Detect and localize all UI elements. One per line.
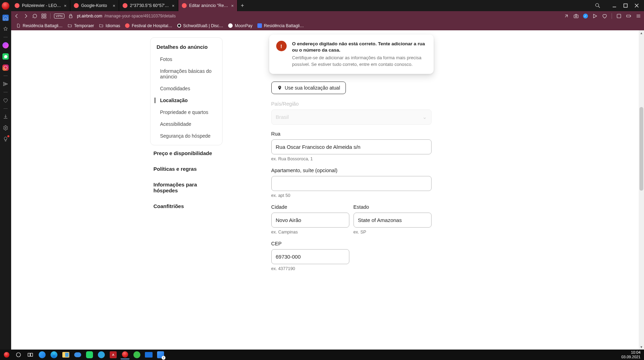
play-icon[interactable] [592, 13, 598, 19]
heart-outline-icon[interactable] [602, 13, 607, 19]
city-input[interactable] [271, 213, 349, 228]
cep-input[interactable] [271, 249, 349, 264]
sidenav-item-propriedade[interactable]: Propriedade e quartos [150, 106, 222, 118]
tiles-icon[interactable] [41, 13, 47, 19]
shield-verified-icon[interactable]: ✓ [583, 14, 588, 18]
taskbar-whatsapp-icon[interactable] [85, 350, 94, 359]
taskbar-edge-icon[interactable] [49, 350, 59, 359]
location-pin-icon [277, 85, 282, 90]
extension-icon[interactable] [616, 13, 622, 19]
sidenav-section-header: Detalhes do anúncio [150, 39, 222, 53]
apt-input[interactable] [271, 176, 432, 191]
whatsapp-icon[interactable] [2, 53, 9, 60]
taskbar-taskview-icon[interactable] [26, 350, 35, 359]
opera-logo-icon[interactable] [2, 2, 9, 10]
browser-tab[interactable]: Polizeirevier - LEO: Überset × [11, 0, 70, 11]
scroll-down-icon[interactable]: ▼ [639, 344, 644, 350]
vpn-badge[interactable]: VPN [54, 14, 64, 18]
home-icon[interactable] [2, 15, 9, 21]
sidenav-section-politicas[interactable]: Políticas e regras [150, 161, 223, 177]
bulb-icon[interactable] [2, 136, 9, 142]
scroll-up-icon[interactable]: ▲ [639, 30, 644, 36]
taskbar-app-blue-icon[interactable]: 7 [156, 350, 165, 359]
browser-tab[interactable]: Google-Konto × [70, 0, 119, 11]
heart-icon[interactable] [2, 97, 9, 104]
taskbar-badge: 7 [162, 356, 165, 360]
lock-icon[interactable] [68, 13, 73, 19]
bookmark-item[interactable]: MoonPay [228, 23, 253, 28]
tab-favicon-icon [182, 3, 187, 8]
taskbar-opera-running-icon[interactable] [121, 350, 130, 359]
taskbar-opera-icon[interactable] [2, 350, 11, 359]
speed-dial-icon[interactable] [2, 26, 9, 32]
settings-icon[interactable] [2, 125, 9, 131]
share-icon[interactable] [564, 13, 569, 19]
street-input[interactable] [271, 139, 432, 154]
city-hint: ex. Campinas [271, 230, 349, 235]
battery-icon[interactable] [626, 13, 631, 19]
address-error-alert: ! O endereço digitado não está correto. … [269, 35, 434, 74]
search-icon[interactable] [595, 2, 601, 9]
svg-point-0 [5, 127, 6, 129]
state-input[interactable] [354, 213, 432, 228]
alert-icon: ! [276, 41, 287, 51]
bookmark-item[interactable]: Residência Battagli… [16, 23, 63, 28]
new-tab-button[interactable]: + [238, 0, 247, 11]
instagram-icon[interactable] [2, 64, 9, 71]
bookmark-item[interactable]: Idiomas [99, 23, 120, 28]
sidenav-item-seguranca[interactable]: Segurança do hóspede [150, 130, 222, 144]
sidenav-item-info-basicas[interactable]: Informações básicas do anúncio [150, 65, 222, 83]
reload-icon[interactable] [32, 13, 38, 19]
scroll-thumb[interactable] [639, 107, 643, 191]
close-icon[interactable] [634, 3, 639, 8]
camera-icon[interactable] [573, 13, 579, 19]
maximize-icon[interactable] [623, 3, 628, 8]
page-scrollbar[interactable]: ▲ ▼ [639, 30, 644, 350]
bookmark-item[interactable]: Temporaer [68, 23, 94, 28]
taskbar-cloud-icon[interactable] [73, 350, 82, 359]
svg-rect-3 [42, 14, 44, 16]
rail-separator [3, 92, 8, 92]
nav-forward-icon[interactable] [23, 13, 29, 19]
easy-setup-icon[interactable] [636, 13, 641, 19]
alert-title: O endereço digitado não está correto. Te… [292, 41, 427, 53]
taskbar-mail-icon[interactable] [144, 350, 153, 359]
tab-close-icon[interactable]: × [64, 3, 67, 8]
svg-point-9 [575, 16, 577, 17]
bookmark-item[interactable]: Festival de Hospital… [125, 23, 172, 28]
taskbar-explorer-icon[interactable] [61, 350, 70, 359]
page-viewport: Detalhes do anúncio Fotos Informações bá… [11, 30, 644, 350]
sidenav-section-coanfitrioes[interactable]: Coanfitriões [150, 198, 223, 214]
tab-close-icon[interactable]: × [172, 3, 174, 8]
taskbar-cortana-icon[interactable] [14, 350, 23, 359]
taskbar-clock[interactable]: 10:04 03.09.2021 [621, 350, 642, 359]
taskbar-app-1-icon[interactable] [38, 350, 47, 359]
browser-tab-active[interactable]: Editar anúncio "Residência × [178, 0, 238, 11]
bookmark-item[interactable]: Schwoißfuaß | Disc… [177, 23, 223, 28]
send-icon[interactable] [2, 81, 9, 87]
taskbar-app-green-icon[interactable] [132, 350, 141, 359]
svg-point-12 [16, 353, 21, 357]
sidenav-item-fotos[interactable]: Fotos [150, 53, 222, 65]
download-icon[interactable] [2, 114, 9, 120]
address-separator [612, 13, 612, 19]
tab-close-icon[interactable]: × [112, 3, 115, 8]
sidenav-item-comodidades[interactable]: Comodidades [150, 83, 222, 94]
sidenav-section-preco[interactable]: Preço e disponibilidade [150, 145, 223, 161]
sidenav-section-info-hospedes[interactable]: Informações para hóspedes [150, 177, 223, 198]
taskbar-telegram-icon[interactable] [97, 350, 106, 359]
tab-close-icon[interactable]: × [231, 3, 234, 8]
url-field[interactable]: pt.airbnb.com/manage-your-space/49110379… [77, 14, 560, 18]
sidenav-item-acessibilidade[interactable]: Acessibilidade [150, 118, 222, 130]
use-current-location-button[interactable]: Use sua localização atual [271, 82, 346, 94]
bookmark-label: Residência Battagli… [264, 23, 304, 28]
bookmark-item[interactable]: Residência Battagli… [257, 23, 304, 28]
messenger-icon[interactable] [2, 42, 9, 48]
svg-rect-8 [574, 15, 578, 18]
use-location-label: Use sua localização atual [285, 85, 340, 91]
nav-back-icon[interactable] [14, 13, 20, 19]
browser-tab[interactable]: 2°37'30.5"S 60°57'22.8"W × [119, 0, 178, 11]
taskbar-adobe-reader-icon[interactable]: A [109, 350, 118, 359]
sidenav-item-localizacao[interactable]: Localização [150, 94, 222, 106]
minimize-icon[interactable] [612, 3, 617, 8]
